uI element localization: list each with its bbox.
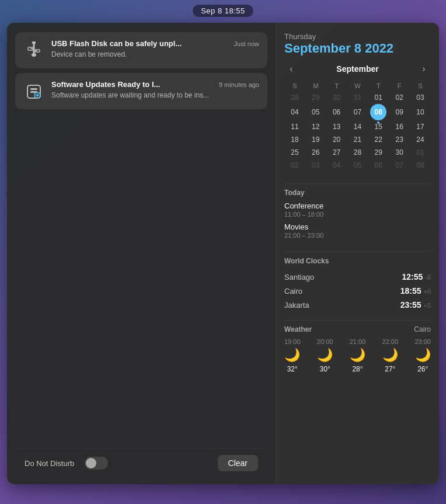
cal-day[interactable]: 16 [389, 120, 410, 133]
cal-day[interactable]: 04 [284, 104, 305, 120]
cal-day[interactable]: 21 [347, 133, 368, 146]
cal-day[interactable]: 25 [284, 146, 305, 159]
cal-day[interactable]: 30 [389, 146, 410, 159]
cal-day[interactable]: 20 [326, 133, 347, 146]
cal-day[interactable]: 29 [305, 91, 326, 104]
date-header: Thursday September 8 2022 [284, 32, 431, 56]
today-section-title: Today [284, 189, 431, 197]
world-clocks-title: World Clocks [284, 257, 431, 265]
notif-updates-content: Software Updates Ready to I... 9 minutes… [51, 80, 259, 100]
clock-offset: -6 [425, 274, 431, 281]
cal-next-button[interactable]: › [417, 62, 431, 76]
cal-day[interactable]: 03 [305, 159, 326, 172]
svg-rect-0 [32, 41, 36, 44]
update-icon [23, 81, 44, 102]
cal-day[interactable]: 01 [410, 146, 431, 159]
cal-day[interactable]: 13 [326, 120, 347, 133]
cal-day[interactable]: 05 [305, 104, 326, 120]
cal-day[interactable]: 10 [410, 104, 431, 120]
cal-month-label: September [336, 64, 378, 74]
cal-day[interactable]: 09 [389, 104, 410, 120]
weather-section: Weather Cairo 19:00 🌙 32° 20:00 🌙 30° 21… [284, 325, 431, 373]
bottom-bar: Do Not Disturb Clear [15, 449, 267, 477]
cal-day[interactable]: 23 [389, 133, 410, 146]
cal-day[interactable]: 29 [368, 146, 389, 159]
event-time: 21:00 – 23:00 [284, 232, 431, 239]
notif-updates-body: Software updates are waiting and ready t… [51, 91, 259, 100]
usb-icon [23, 40, 44, 61]
clock-time: 23:55 [400, 300, 421, 310]
cal-day[interactable]: 18 [284, 133, 305, 146]
weather-moon-icon: 🌙 [284, 347, 300, 363]
cal-day[interactable]: 05 [347, 159, 368, 172]
toggle-knob [86, 458, 96, 468]
cal-day[interactable]: 30 [326, 91, 347, 104]
cal-day[interactable]: 08 [410, 159, 431, 172]
weather-location: Cairo [414, 325, 431, 333]
cal-day[interactable]: 02 [284, 159, 305, 172]
cal-day[interactable]: 01 [368, 91, 389, 104]
weather-hour-time: 19:00 [284, 338, 301, 345]
notification-updates[interactable]: Software Updates Ready to I... 9 minutes… [15, 73, 267, 109]
clock-row: Santiago 12:55 -6 [284, 270, 431, 284]
world-clocks-section: World Clocks Santiago 12:55 -6 Cairo 18:… [284, 257, 431, 312]
cal-prev-button[interactable]: ‹ [284, 62, 298, 76]
event-time: 11:00 – 18:00 [284, 211, 431, 218]
event-item: Movies21:00 – 23:00 [284, 223, 431, 239]
cal-day[interactable]: 31 [347, 91, 368, 104]
right-panel: Thursday September 8 2022 ‹ September › … [276, 23, 439, 484]
weather-temp: 30° [320, 365, 330, 373]
notif-usb-content: USB Flash Disk can be safely unpl... Jus… [51, 39, 259, 60]
main-panel: USB Flash Disk can be safely unpl... Jus… [7, 23, 439, 484]
cal-day[interactable]: 03 [410, 91, 431, 104]
cal-day[interactable]: 07 [347, 104, 368, 120]
svg-rect-7 [32, 53, 36, 57]
date-full: September 8 2022 [284, 41, 431, 56]
weather-moon-icon: 🌙 [382, 347, 398, 363]
cal-day[interactable]: 24 [410, 133, 431, 146]
dnd-toggle[interactable] [85, 457, 108, 470]
clock-time: 12:55 [402, 272, 423, 281]
cal-day[interactable]: 11 [284, 120, 305, 133]
cal-day[interactable]: 26 [305, 146, 326, 159]
cal-day[interactable]: 15 [368, 120, 389, 133]
cal-day[interactable]: 14 [347, 120, 368, 133]
notification-usb[interactable]: USB Flash Disk can be safely unpl... Jus… [15, 32, 267, 68]
cal-day[interactable]: 28 [284, 91, 305, 104]
cal-day[interactable]: 28 [347, 146, 368, 159]
clear-button[interactable]: Clear [218, 455, 258, 471]
weather-moon-icon: 🌙 [350, 347, 365, 363]
notif-updates-title: Software Updates Ready to I... [51, 80, 214, 89]
clock-right: 18:55 +0 [400, 286, 431, 296]
weather-hour-time: 20:00 [317, 338, 333, 345]
weather-hour-time: 21:00 [350, 338, 366, 345]
notif-usb-title: USB Flash Disk can be safely unpl... [51, 39, 229, 48]
topbar-datetime: Sep 8 18:55 [193, 5, 253, 17]
weather-hour-time: 22:00 [382, 338, 399, 345]
cal-day[interactable]: 07 [389, 159, 410, 172]
weather-moon-icon: 🌙 [317, 347, 333, 363]
divider-1 [284, 183, 431, 184]
cal-day[interactable]: 06 [368, 159, 389, 172]
clock-city: Jakarta [284, 301, 309, 310]
cal-day[interactable]: 17 [410, 120, 431, 133]
today-section: Today Conference11:00 – 18:00Movies21:00… [284, 189, 431, 244]
cal-day[interactable]: 27 [326, 146, 347, 159]
weather-temp: 26° [417, 365, 428, 373]
cal-day[interactable]: 12 [305, 120, 326, 133]
calendar: ‹ September › SMTWTFS 282930310102030405… [284, 62, 431, 172]
notif-usb-time: Just now [234, 40, 259, 47]
weather-hour: 22:00 🌙 27° [382, 338, 399, 373]
event-item: Conference11:00 – 18:00 [284, 201, 431, 218]
notif-updates-time: 9 minutes ago [219, 81, 259, 88]
cal-day[interactable]: 08 [368, 104, 389, 120]
event-name: Movies [284, 223, 431, 231]
cal-day[interactable]: 19 [305, 133, 326, 146]
cal-day[interactable]: 04 [326, 159, 347, 172]
clock-city: Santiago [284, 273, 314, 281]
cal-day[interactable]: 06 [326, 104, 347, 120]
weather-temp: 32° [287, 365, 298, 373]
weather-hour: 21:00 🌙 28° [350, 338, 366, 373]
cal-day[interactable]: 02 [389, 91, 410, 104]
cal-day[interactable]: 22 [368, 133, 389, 146]
